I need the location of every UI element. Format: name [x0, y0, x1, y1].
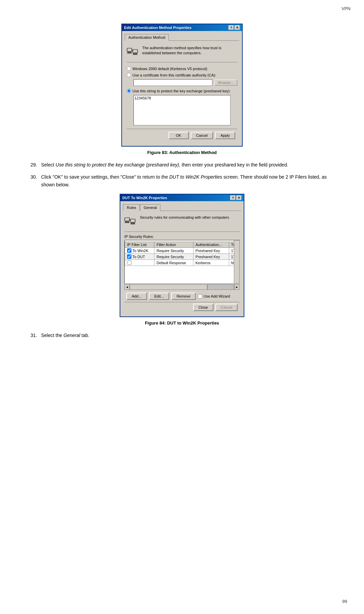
cell-filter [125, 260, 154, 266]
dialog1-info-text: The authentication method specifies how … [142, 45, 237, 56]
dialog2-info-text: Security rules for communicating with ot… [140, 215, 229, 220]
use-wizard-checkbox[interactable] [198, 294, 202, 299]
dialog1-content: The authentication method specifies how … [125, 43, 239, 143]
cell-action: Default Response [154, 260, 193, 266]
bottom-buttons: Add... Edit... Remove Use Add Wizard [124, 290, 240, 302]
use-wizard-group: Use Add Wizard [198, 294, 230, 299]
dialog2-body: Rules General [120, 201, 244, 316]
network-icon-2 [124, 215, 136, 229]
col-filter-action: Filter Action [154, 242, 193, 248]
dialog1-buttons: OK Cancel Apply [127, 129, 237, 141]
row-checkbox[interactable] [127, 260, 131, 265]
cell-filter: To DUT [125, 254, 154, 260]
table-row[interactable]: Default Response Kerberos Nc [125, 260, 239, 266]
step30-italic: DUT to Win2K Properties [169, 174, 222, 180]
svg-rect-3 [133, 50, 138, 53]
step31-text: Select the General tab. [41, 332, 337, 339]
dialog1-close-button[interactable]: ✕ [235, 25, 240, 30]
radio-kerberos-input[interactable] [127, 66, 131, 71]
ca-input-field[interactable] [133, 79, 212, 86]
dialog2-title-buttons: ? ✕ [230, 195, 242, 200]
h-scroll-track [130, 284, 207, 290]
tab-rules[interactable]: Rules [123, 204, 140, 211]
add-button[interactable]: Add... [126, 293, 147, 300]
ok-button[interactable]: OK [169, 132, 189, 139]
dialog1-title-buttons: ? ✕ [229, 25, 240, 30]
tab-general[interactable]: General [140, 204, 160, 211]
edit-button[interactable]: Edit... [149, 293, 169, 300]
radio-preshared-input[interactable] [127, 89, 131, 93]
ip-security-rules-label: IP Security Rules: [124, 235, 240, 239]
col-authentication: Authentication... [193, 242, 229, 248]
step30-text: Click "OK" to save your settings, then "… [41, 173, 337, 188]
cell-action: Require Security [154, 248, 193, 254]
dialog1-tab-bar: Authentication Method [125, 34, 239, 41]
dialog1-title: Edit Authentication Method Properties [124, 26, 191, 30]
preshared-key-textarea[interactable]: 12345678 [133, 95, 231, 125]
figure2-caption: Figure 84: DUT to Win2K Properties [27, 320, 337, 326]
close-button[interactable]: Close [193, 304, 213, 311]
radio-kerberos-label: Windows 2000 default (Kerberos V5 protoc… [132, 67, 207, 71]
row-checkbox[interactable] [127, 248, 131, 253]
dialog1-wrapper: Edit Authentication Method Properties ? … [27, 24, 337, 147]
dialog2-wrapper: DUT To Win2K Properties ? ✕ Rules Genera… [27, 194, 337, 317]
h-scroll-right-btn[interactable]: ► [234, 284, 240, 290]
row-checkbox[interactable] [127, 254, 131, 259]
radio-certificate-label: Use a certificate from this certificate … [132, 73, 216, 77]
steps-list-2: 31. Select the General tab. [27, 332, 337, 339]
cell-auth: Kerberos [193, 260, 229, 266]
dialog1-titlebar: Edit Authentication Method Properties ? … [122, 24, 242, 31]
dialog2-help-button[interactable]: ? [230, 195, 236, 200]
vpn-label: VPN [341, 6, 351, 11]
vertical-scrollbar[interactable] [234, 240, 239, 283]
step31-number: 31. [27, 332, 37, 339]
col-filter-list: IP Filter List [125, 242, 154, 248]
step-29: 29. Select Use this string to protect th… [27, 161, 337, 168]
svg-rect-12 [131, 223, 135, 224]
h-scroll-left-btn[interactable]: ◄ [124, 284, 130, 290]
step29-text-after: , then enter your preshared key in the f… [179, 162, 288, 167]
dut-win2k-dialog: DUT To Win2K Properties ? ✕ Rules Genera… [120, 194, 244, 317]
step29-italic: Use this string to protect the key excha… [56, 162, 179, 167]
cell-action: Require Security [154, 254, 193, 260]
table-row[interactable]: To Win2K Require Security Preshared Key … [125, 248, 239, 254]
svg-rect-9 [125, 222, 129, 223]
radio-preshared-label: Use this string to protect the key excha… [132, 89, 231, 93]
step31-italic: General [63, 333, 80, 338]
dialog2-tab-bar: Rules General [123, 204, 241, 211]
radio-kerberos: Windows 2000 default (Kerberos V5 protoc… [127, 66, 237, 71]
step29-text-before: Select [41, 162, 56, 167]
dialog2-cancel-button[interactable]: Cancel [215, 304, 238, 311]
ip-security-table: IP Filter List Filter Action Authenticat… [125, 242, 239, 266]
step-30: 30. Click "OK" to save your settings, th… [27, 173, 337, 188]
radio-preshared: Use this string to protect the key excha… [127, 89, 237, 93]
browse-button[interactable]: Browse... [214, 80, 237, 86]
table-row[interactable]: To DUT Require Security Preshared Key 17 [125, 254, 239, 260]
h-scroll-right-area [207, 284, 234, 290]
apply-button[interactable]: Apply [215, 132, 235, 139]
svg-rect-2 [127, 53, 131, 53]
step31-text-main: Select the [41, 333, 63, 338]
dialog2-info-section: Security rules for communicating with ot… [124, 215, 240, 232]
dialog2-close-button[interactable]: ✕ [236, 195, 242, 200]
dialog1-help-button[interactable]: ? [229, 25, 234, 30]
cancel-button[interactable]: Cancel [191, 132, 213, 139]
cell-auth: Preshared Key [193, 248, 229, 254]
edit-auth-method-dialog: Edit Authentication Method Properties ? … [121, 24, 243, 147]
step30-number: 30. [27, 173, 37, 188]
ca-input-row: Browse... [133, 79, 237, 86]
figure1-caption: Figure 83: Authentication Method [27, 150, 337, 155]
radio-group: Windows 2000 default (Kerberos V5 protoc… [127, 66, 237, 126]
radio-certificate-input[interactable] [127, 73, 131, 77]
page-number: 99 [342, 599, 347, 604]
remove-button[interactable]: Remove [171, 293, 196, 300]
dialog2-title: DUT To Win2K Properties [122, 196, 167, 200]
steps-list: 29. Select Use this string to protect th… [27, 161, 337, 188]
step30-text-main: Click "OK" to save your settings, then "… [41, 174, 169, 180]
svg-rect-7 [125, 218, 129, 221]
step29-text: Select Use this string to protect the ke… [41, 161, 337, 168]
use-wizard-label: Use Add Wizard [204, 294, 230, 298]
cell-auth: Preshared Key [193, 254, 229, 260]
radio-certificate: Use a certificate from this certificate … [127, 73, 237, 77]
tab-authentication-method[interactable]: Authentication Method [125, 34, 169, 41]
